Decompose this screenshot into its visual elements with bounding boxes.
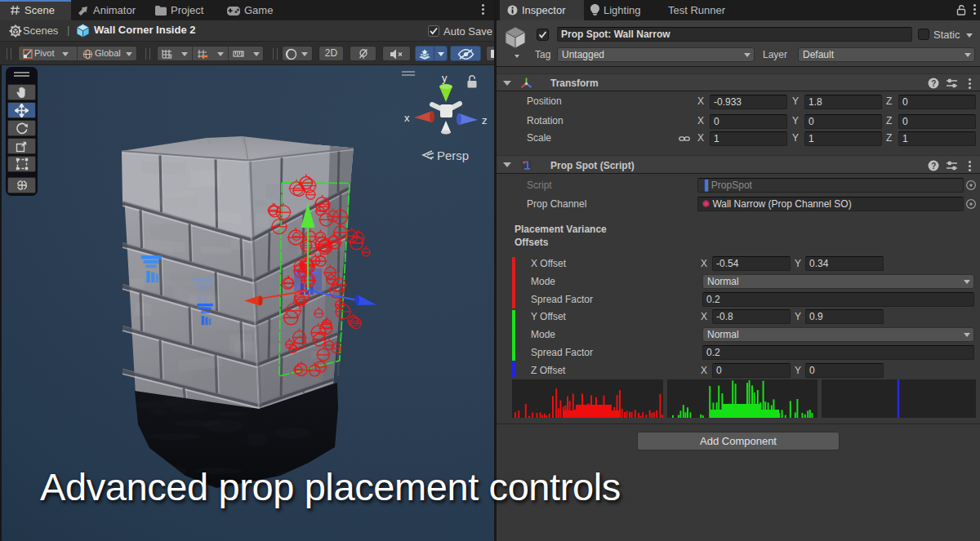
svg-text:y: y	[442, 72, 448, 84]
svg-text:Persp: Persp	[437, 149, 469, 162]
svg-text:?: ?	[931, 79, 936, 88]
svg-text:z: z	[482, 114, 488, 126]
svg-text:x: x	[404, 112, 410, 124]
svg-text:?: ?	[931, 162, 936, 171]
svg-text:Y: Y	[169, 54, 172, 59]
